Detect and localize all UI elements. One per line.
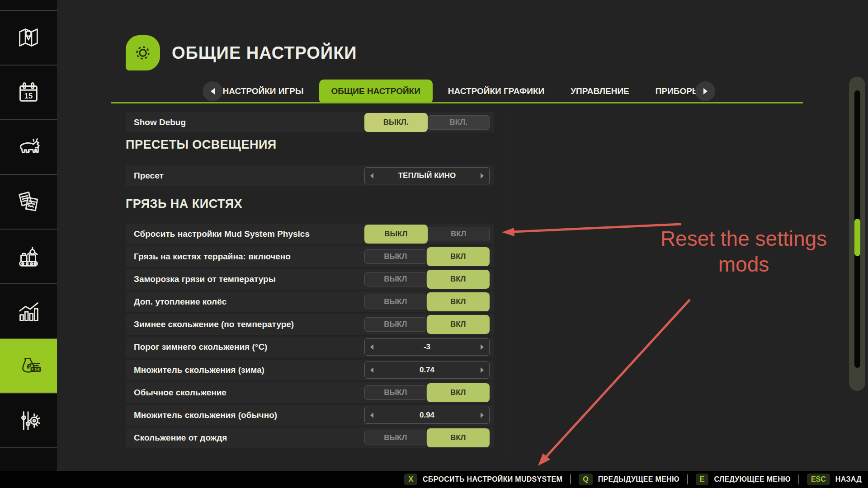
selector-prev-icon[interactable] <box>370 413 373 418</box>
normal-slip-toggle: ВЫКЛ ВКЛ <box>364 383 490 402</box>
wheel-sink-toggle: ВЫКЛ ВКЛ <box>364 292 490 311</box>
sidebar-item-production[interactable] <box>0 230 57 284</box>
row-label: Зимнее скольжение (по температуре) <box>126 319 294 329</box>
settings-gear-badge <box>126 35 160 70</box>
selector-value: 0.74 <box>373 366 481 375</box>
content-divider <box>511 111 511 456</box>
sidebar-item-calendar[interactable]: 15 <box>0 66 57 120</box>
toggle-on-button[interactable]: ВКЛ <box>427 383 490 402</box>
sidebar-item-map[interactable] <box>0 11 57 66</box>
toggle-off-button[interactable]: ВЫКЛ <box>364 385 427 400</box>
key-badge-esc: ESC <box>807 474 830 485</box>
toggle-off-button[interactable]: ВЫКЛ <box>364 317 427 332</box>
hotbar-separator <box>798 474 799 484</box>
selector-prev-icon[interactable] <box>370 173 373 178</box>
selector-prev-icon[interactable] <box>370 344 373 350</box>
sidebar-item-animals[interactable] <box>0 120 57 175</box>
selector-value: ТЁПЛЫЙ КИНО <box>373 171 481 180</box>
hotbar-label: НАЗАД <box>835 475 862 483</box>
toggle-off-button[interactable]: ВЫКЛ <box>364 272 427 286</box>
selector-next-icon[interactable] <box>481 173 484 178</box>
selector-next-icon[interactable] <box>481 413 484 418</box>
prices-icon: 12345 L <box>14 352 42 380</box>
sidebar-item-contracts[interactable] <box>0 175 57 230</box>
row-label: Множитель скольжения (зима) <box>126 365 264 375</box>
key-badge-q: Q <box>579 474 592 485</box>
row-label: Обычное скольжение <box>126 388 226 398</box>
winter-multiplier-selector: 0.74 <box>364 361 490 379</box>
toggle-off-button[interactable]: ВЫКЛ <box>364 431 427 445</box>
row-label: Пресет <box>126 171 164 181</box>
row-label: Show Debug <box>126 117 186 127</box>
toggle-on-button[interactable]: ВКЛ. <box>428 115 490 130</box>
toggle-on-button[interactable]: ВКЛ <box>427 270 490 289</box>
show-debug-toggle: ВЫКЛ. ВКЛ. <box>364 113 490 132</box>
sidebar: 15 <box>0 0 57 471</box>
map-icon <box>14 24 42 52</box>
row-label: Скольжение от дождя <box>126 433 227 443</box>
settings-row-wheel-sink: Доп. утопление колёс ВЫКЛ ВКЛ <box>126 291 494 312</box>
toggle-off-button[interactable]: ВЫКЛ. <box>364 113 428 132</box>
sidebar-item-statistics[interactable] <box>0 284 57 339</box>
hotbar-reset-mudsystem[interactable]: X СБРОСИТЬ НАСТРОЙКИ MUDSYSTEM <box>404 474 562 485</box>
settings-sliders-icon <box>14 407 42 435</box>
toggle-on-button[interactable]: ВКЛ <box>427 292 490 311</box>
selector-next-icon[interactable] <box>481 344 484 350</box>
page-header: ОБЩИЕ НАСТРОЙКИ <box>126 35 357 70</box>
toggle-on-button[interactable]: ВКЛ <box>428 227 490 241</box>
tab-bar: НАСТРОЙКИ ИГРЫ ОБЩИЕ НАСТРОЙКИ НАСТРОЙКИ… <box>57 80 868 103</box>
hotbar-label: СЛЕДУЮЩЕЕ МЕНЮ <box>714 475 790 483</box>
row-label: Порог зимнего скольжения (°C) <box>126 342 267 352</box>
tabs-next-button[interactable] <box>695 81 715 101</box>
hotbar: X СБРОСИТЬ НАСТРОЙКИ MUDSYSTEM Q ПРЕДЫДУ… <box>0 471 868 488</box>
row-label: Грязь на кистях террайна: включено <box>126 252 291 262</box>
contracts-icon <box>14 188 42 216</box>
scrollbar-thumb[interactable] <box>854 219 860 256</box>
toggle-off-button[interactable]: ВЫКЛ <box>364 249 427 264</box>
toggle-on-button[interactable]: ВКЛ <box>427 315 490 334</box>
selector-prev-icon[interactable] <box>370 367 373 373</box>
hotbar-next-menu[interactable]: E СЛЕДУЮЩЕЕ МЕНЮ <box>696 474 791 485</box>
tab-general-settings[interactable]: ОБЩИЕ НАСТРОЙКИ <box>319 80 433 103</box>
hotbar-previous-menu[interactable]: Q ПРЕДЫДУЩЕЕ МЕНЮ <box>579 474 679 485</box>
selector-value: -3 <box>373 343 481 352</box>
toggle-on-button[interactable]: ВКЛ <box>427 428 490 447</box>
sidebar-item-settings[interactable] <box>0 394 57 448</box>
hotbar-back[interactable]: ESC НАЗАД <box>807 474 862 485</box>
settings-row-normal-multiplier: Множитель скольжения (обычно) 0.94 <box>126 405 494 426</box>
winter-threshold-selector: -3 <box>364 338 490 356</box>
toggle-on-button[interactable]: ВКЛ <box>427 247 490 266</box>
settings-row-winter-multiplier: Множитель скольжения (зима) 0.74 <box>126 360 494 380</box>
rain-slip-toggle: ВЫКЛ ВКЛ <box>364 428 490 447</box>
calendar-icon: 15 <box>14 79 42 107</box>
tab-game-settings[interactable]: НАСТРОЙКИ ИГРЫ <box>212 80 315 103</box>
svg-text:12345 L: 12345 L <box>30 367 41 371</box>
winter-slip-toggle: ВЫКЛ ВКЛ <box>364 315 490 334</box>
section-title-mud: ГРЯЗЬ НА КИСТЯХ <box>126 197 242 211</box>
settings-row-show-debug: Show Debug ВЫКЛ. ВКЛ. <box>126 112 494 132</box>
toggle-off-button[interactable]: ВЫКЛ <box>364 225 428 244</box>
row-label: Сбросить настройки Mud System Physics <box>126 229 310 239</box>
sidebar-item-prices-active[interactable]: 12345 L <box>0 339 57 394</box>
tab-underline <box>111 102 803 103</box>
chevron-right-icon <box>703 88 708 94</box>
selector-value: 0.94 <box>373 411 481 420</box>
row-label: Множитель скольжения (обычно) <box>126 410 277 420</box>
cow-icon <box>14 133 42 161</box>
row-label: Доп. утопление колёс <box>126 297 226 307</box>
tab-graphics-settings[interactable]: НАСТРОЙКИ ГРАФИКИ <box>437 80 555 103</box>
normal-multiplier-selector: 0.94 <box>364 407 490 424</box>
terrain-mud-toggle: ВЫКЛ ВКЛ <box>364 247 490 266</box>
section-title-lighting: ПРЕСЕТЫ ОСВЕЩЕНИЯ <box>126 138 277 152</box>
toggle-off-button[interactable]: ВЫКЛ <box>364 295 427 309</box>
settings-row-winter-threshold: Порог зимнего скольжения (°C) -3 <box>126 337 494 357</box>
tab-controls[interactable]: УПРАВЛЕНИЕ <box>560 80 640 103</box>
annotation-line2: mods <box>635 252 852 277</box>
hotbar-label: СБРОСИТЬ НАСТРОЙКИ MUDSYSTEM <box>423 475 562 483</box>
svg-text:15: 15 <box>24 91 33 99</box>
selector-next-icon[interactable] <box>481 367 484 373</box>
preset-selector: ТЁПЛЫЙ КИНО <box>364 167 490 184</box>
hotbar-separator <box>570 474 571 484</box>
settings-row-mud-freeze: Заморозка грязи от температуры ВЫКЛ ВКЛ <box>126 269 494 290</box>
mud-freeze-toggle: ВЫКЛ ВКЛ <box>364 270 490 289</box>
